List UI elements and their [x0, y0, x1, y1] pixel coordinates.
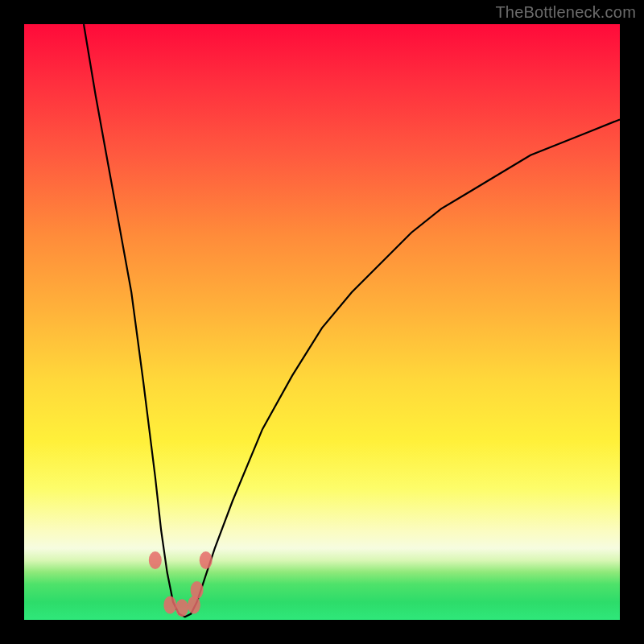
curve-marker [149, 551, 162, 569]
curve-path [84, 24, 620, 617]
curve-marker [163, 597, 176, 614]
curve-marker [175, 599, 188, 617]
plot-area [24, 24, 620, 620]
curve-marker [200, 551, 213, 569]
curve-marker [191, 581, 204, 599]
chart-stage: TheBottleneck.com [0, 0, 644, 644]
curve-marker [188, 597, 200, 614]
bottleneck-curve [24, 24, 620, 620]
watermark-text: TheBottleneck.com [495, 3, 636, 22]
